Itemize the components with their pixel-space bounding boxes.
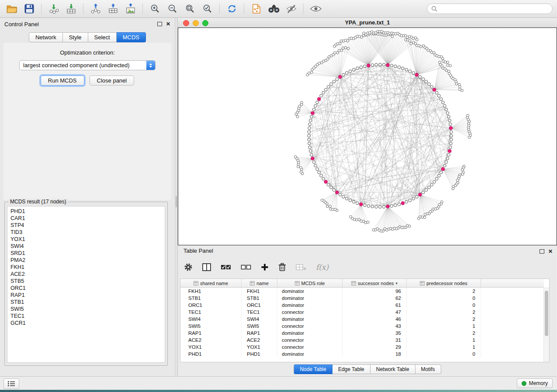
save-button[interactable] [22,2,36,15]
table-row[interactable]: ACE2ACE2connector311 [180,337,544,344]
table-settings-button[interactable] [184,263,193,272]
control-tab-style[interactable]: Style [63,32,88,42]
mcds-result-item[interactable]: SWI5 [7,306,165,313]
mcds-result-item[interactable]: FKH1 [7,264,165,271]
table-cell-filler [481,316,544,323]
optimization-criterion-select[interactable]: largest connected component (undirected) [19,60,156,70]
table-tab-motifs[interactable]: Motifs [415,364,441,374]
column-header-label: predecessor nodes [426,281,467,286]
export-network-button[interactable] [88,2,103,15]
window-minimize-icon[interactable] [193,20,199,26]
table-cell: STB1 [242,295,277,302]
control-tab-select[interactable]: Select [88,32,117,42]
mcds-result-item[interactable]: PHD1 [7,208,165,215]
find-button[interactable] [266,2,281,15]
zoom-selected-button[interactable] [200,2,214,15]
table-row[interactable]: STB1STB1dominator620 [180,295,544,302]
open-file-button[interactable] [4,2,19,15]
memory-label: Memory [529,380,548,386]
scrollbar-thumb[interactable] [545,291,548,336]
mcds-result-list: PHD1CAR1STP4TID3YOX1SWI4SRD1PMA2FKH1ACE2… [7,206,165,363]
table-tab-node-table[interactable]: Node Table [294,364,332,374]
table-row[interactable]: SWI5SWI5connector431 [180,323,544,330]
toolbar-separator [244,3,244,14]
table-row[interactable]: TEC1TEC1connector472 [180,309,544,316]
float-table-panel-icon[interactable] [540,249,544,254]
search-input[interactable] [440,5,548,12]
unselect-all-button[interactable] [241,264,251,271]
table-cell-filler [481,302,544,309]
export-table-button[interactable] [106,2,120,15]
float-panel-icon[interactable] [157,22,162,26]
panel-menu-button[interactable] [3,378,19,389]
run-mcds-button[interactable]: Run MCDS [41,76,84,86]
window-close-icon[interactable] [183,20,189,26]
visual-style-button[interactable] [284,2,298,15]
mcds-result-item[interactable]: TEC1 [7,313,165,320]
clone-network-button[interactable] [249,2,263,15]
table-row[interactable]: PHD1PHD1dominator180 [180,351,544,358]
mcds-result-item[interactable]: YOX1 [7,236,165,243]
close-panel-icon[interactable] [166,21,170,27]
mcds-result-item[interactable]: RAP1 [7,292,165,299]
import-table-button[interactable] [64,2,78,15]
add-row-button[interactable] [261,263,269,271]
close-table-panel-icon[interactable] [548,249,553,254]
divider-handle-icon[interactable] [176,196,177,207]
memory-status-icon [522,381,526,386]
zoom-fit-button[interactable] [183,2,197,15]
window-maximize-icon[interactable] [202,20,208,26]
table-row[interactable]: SWI4SWI4dominator462 [180,316,544,323]
global-search-field[interactable] [427,3,553,14]
table-row[interactable]: FKH1FKH1dominator962 [180,288,544,295]
network-graph[interactable] [178,28,557,245]
column-header-shared-name[interactable]: shared name [180,279,242,287]
mcds-result-item[interactable]: STB1 [7,299,165,306]
panel-divider[interactable] [175,18,178,376]
column-header-MCDS-role[interactable]: MCDS role [277,279,343,287]
table-row[interactable]: YOX1YOX1connector291 [180,344,544,351]
column-header-name[interactable]: name [242,279,277,287]
column-header-predecessor-nodes[interactable]: predecessor nodes [407,279,481,287]
table-tab-network-table[interactable]: Network Table [370,364,415,374]
export-image-button[interactable] [123,2,138,15]
table-cell: 0 [407,351,481,358]
column-header-successor-nodes[interactable]: successor nodes [343,279,407,287]
column-attribute-icon [351,281,356,285]
mcds-result-item[interactable]: SWI4 [7,243,165,250]
zoom-out-button[interactable] [165,2,180,15]
mcds-result-item[interactable]: ACE2 [7,271,165,278]
mcds-result-item[interactable]: STP4 [7,222,165,229]
show-columns-button[interactable] [202,263,211,271]
table-row[interactable]: ORC1ORC1dominator610 [180,302,544,309]
mcds-result-item[interactable]: GCR1 [7,320,165,327]
table-cell: ORC1 [180,302,242,309]
zoom-in-button[interactable] [148,2,162,15]
mcds-result-item[interactable]: SRD1 [7,250,165,257]
table-cell: 61 [343,302,407,309]
binoculars-icon [268,4,280,13]
control-tab-network[interactable]: Network [29,32,63,42]
delete-row-button[interactable] [278,263,286,272]
mcds-result-item[interactable]: CAR1 [7,215,165,222]
show-hide-button[interactable] [308,2,323,15]
mcds-result-item[interactable]: STB5 [7,278,165,285]
close-panel-button[interactable]: Close panel [90,76,135,86]
mcds-result-item[interactable]: ORC1 [7,285,165,292]
control-tab-mcds[interactable]: MCDS [117,32,146,42]
sort-dropdown-icon[interactable] [396,281,398,285]
select-all-button[interactable] [221,264,231,271]
column-header-label: successor nodes [358,281,394,286]
table-cell: dominator [277,295,343,302]
import-network-button[interactable] [46,2,61,15]
table-row[interactable]: RAP1RAP1dominator352 [180,330,544,337]
table-tab-edge-table[interactable]: Edge Table [332,364,370,374]
table-scrollbar[interactable] [543,287,549,362]
mcds-result-item[interactable]: PMA2 [7,257,165,264]
control-panel-tabs: NetworkStyleSelectMCDS [0,32,175,42]
refresh-button[interactable] [225,2,239,15]
mcds-result-item[interactable]: TID3 [7,229,165,236]
network-canvas[interactable] [178,28,557,245]
memory-button[interactable]: Memory [517,378,553,388]
mcds-result-group: MCDS result (17 nodes) PHD1CAR1STP4TID3Y… [4,202,168,366]
